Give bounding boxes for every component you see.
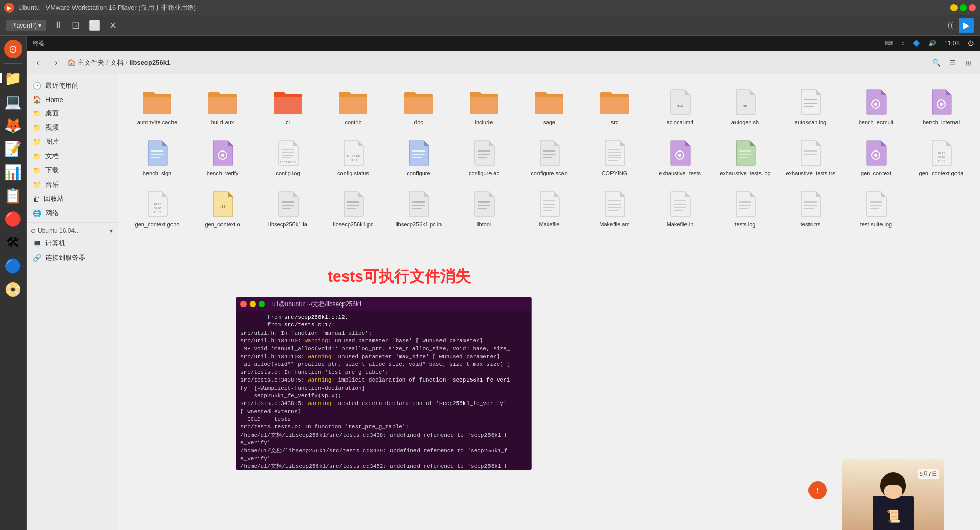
sidebar-item-trash[interactable]: 🗑 回收站 [27,192,118,206]
dock-item-app7[interactable]: 📀 [2,278,24,300]
file-item-gen-context-gcno[interactable]: 10 11 00 10 11 01 gen_context.gcno [127,185,188,232]
file-item-configure-scan[interactable]: configure.scan [519,134,580,181]
file-item-gen-context[interactable]: gen_context [845,134,906,181]
file-item-configure[interactable]: configure [388,134,449,181]
dock-item-app5[interactable]: 🛠 [2,231,24,254]
recent-icon: 🕐 [33,82,41,90]
file-item-bench-sign[interactable]: bench_sign [127,134,188,181]
term-line-5: NE void *manual_alloc(void** prealloc_pt… [240,345,527,353]
file-item-test-suite-log[interactable]: test-suite.log [845,185,906,232]
file-item-libtool[interactable]: libtool [453,185,514,232]
term-line-17: CCLD tests [240,416,527,423]
file-icon: 10 11 00 10 [277,140,299,166]
network-icon: 🌐 [33,209,41,217]
dock-item-firefox[interactable]: 🦊 [2,114,24,136]
search-button[interactable]: 🔍 [929,56,943,70]
dock-item-app2[interactable]: 📊 [2,161,24,183]
player-menu-button[interactable]: Player(P) ▾ [6,20,46,31]
file-name: libtool [477,221,492,228]
toolbar-icon-2[interactable]: ⬜ [87,18,102,33]
file-item-aclocal[interactable]: m4 aclocal.m4 [649,83,710,130]
sidebar-item-desktop[interactable]: 📁 桌面 [27,106,118,120]
toolbar-icon-1[interactable]: ⊡ [70,18,82,33]
manga-character: 📜 [837,448,949,530]
file-item-config-log[interactable]: 10 11 00 10 config.log [257,134,318,181]
file-item-config-status[interactable]: 10 11 00 10 11 config.status [323,134,384,181]
file-item-bench-verify[interactable]: bench_verify [192,134,253,181]
file-item-ci[interactable]: ci [257,83,318,130]
file-item-src[interactable]: src [584,83,645,130]
file-item-bench-internal[interactable]: bench_internal [911,83,972,130]
sidebar-item-documents[interactable]: 📁 文档 [27,149,118,163]
file-item-tests-log[interactable]: tests.log [715,185,776,232]
file-item-autogen[interactable]: sh autogen.sh [715,83,776,130]
file-item-configure-ac[interactable]: configure.ac [453,134,514,181]
file-item-libsecp256k1-pc[interactable]: libsecp256k1.pc [323,185,384,232]
file-name: bench_sign [143,170,172,176]
sidebar-ubuntu-section[interactable]: ⊙ Ubuntu 16.04... ▼ [27,225,118,236]
sidebar-item-connect-server[interactable]: 🔗 连接到服务器 [27,250,118,265]
fm-sidebar: 🕐 最近使用的 🏠 Home 📁 桌面 📁 [27,74,118,530]
breadcrumb-documents[interactable]: 文档 [110,58,124,67]
dock-item-app4[interactable]: 🔴 [2,208,24,230]
toolbar-icon-3[interactable]: ✕ [107,18,119,33]
breadcrumb-current[interactable]: libsecp256k1 [129,59,170,66]
topbar-terminal-label[interactable]: 终端 [33,39,45,48]
dock-item-terminal[interactable]: 💻 [2,90,24,113]
file-item-bench-ecmult[interactable]: bench_ecmult [845,83,906,130]
file-item-copying[interactable]: COPYING [584,134,645,181]
file-item-exhaustive-tests-trs[interactable]: exhaustive_tests.trs [780,134,841,181]
file-item-sage[interactable]: sage [519,83,580,130]
sidebar-item-recent[interactable]: 🕐 最近使用的 [27,79,118,93]
terminal-close-button[interactable] [240,301,247,307]
nav-forward-button[interactable]: › [49,56,63,70]
term-line-23: /home/u1/文档/libsecp256k1/src/tests.c:345… [240,463,527,470]
dock-item-trash[interactable]: 🗑 [2,526,24,530]
file-item-gen-context-gcda[interactable]: 10 11 00 10 11 01 gen_context.gcda [911,134,972,181]
file-item-exhaustive-tests[interactable]: exhaustive_tests [649,134,710,181]
sidebar-item-music[interactable]: 📁 音乐 [27,178,118,192]
file-item-autoscan[interactable]: autoscan.log [780,83,841,130]
close-button[interactable] [969,4,976,11]
file-name: libsecp256k1.pc.in [396,221,442,228]
list-view-button[interactable]: ☰ [945,56,960,70]
breadcrumb-home[interactable]: 主文件夹 [78,58,104,67]
file-item-libsecp256k1-la[interactable]: libsecp256k1.la [257,185,318,232]
minimize-button[interactable] [950,4,958,11]
sidebar-item-videos[interactable]: 📁 视频 [27,120,118,135]
file-item-doc[interactable]: doc [388,83,449,130]
file-item-makefile-am[interactable]: Makefile.am [584,185,645,232]
dock-item-app6[interactable]: 🔵 [2,255,24,277]
sidebar-item-downloads[interactable]: 📁 下载 [27,163,118,178]
file-item-gen-context-o[interactable]: .o gen_context.o [192,185,253,232]
terminal-maximize-button[interactable] [259,301,265,307]
sidebar-item-home[interactable]: 🏠 Home [27,93,118,106]
grid-view-button[interactable]: ⊞ [962,56,976,70]
dock-item-app1[interactable]: 📝 [2,137,24,160]
dock-item-files[interactable]: 📁 [2,67,24,89]
file-item-include[interactable]: include [453,83,514,130]
sidebar-item-network[interactable]: 🌐 网络 [27,206,118,220]
sidebar-item-pictures[interactable]: 📁 图片 [27,135,118,149]
file-item-contrib[interactable]: contrib [323,83,384,130]
file-item-autom4te-cache[interactable]: autom4te.cache [127,83,188,130]
sidebar-recent-label: 最近使用的 [45,81,79,90]
sidebar-network-label: 网络 [45,209,59,218]
file-item-makefile[interactable]: Makefile [519,185,580,232]
dock-item-app3[interactable]: 📋 [2,184,24,207]
toolbar-arrow-left[interactable]: ⟨⟨ [947,20,953,30]
maximize-button[interactable] [960,4,967,11]
file-item-makefile-in[interactable]: Makefile.in [649,185,710,232]
sidebar-item-computer[interactable]: 💻 计算机 [27,236,118,250]
file-item-tests-trs[interactable]: tests.trs [780,185,841,232]
dock-ubuntu-button[interactable]: ⊙ [2,38,24,60]
app4-icon: 🔴 [4,211,22,228]
file-item-libsecp256k1-pc-in[interactable]: libsecp256k1.pc.in [388,185,449,232]
terminal-minimize-button[interactable] [250,301,256,307]
file-item-exhaustive-tests-log[interactable]: exhaustive_tests.log [715,134,776,181]
title-bar-text: Ubuntu - VMware Workstation 16 Player (仅… [18,3,946,12]
nav-back-button[interactable]: ‹ [31,56,45,70]
pause-icon[interactable]: ⏸ [52,18,65,33]
file-item-build-aux[interactable]: build-aux [192,83,253,130]
notification-badge[interactable]: ! [808,481,827,499]
